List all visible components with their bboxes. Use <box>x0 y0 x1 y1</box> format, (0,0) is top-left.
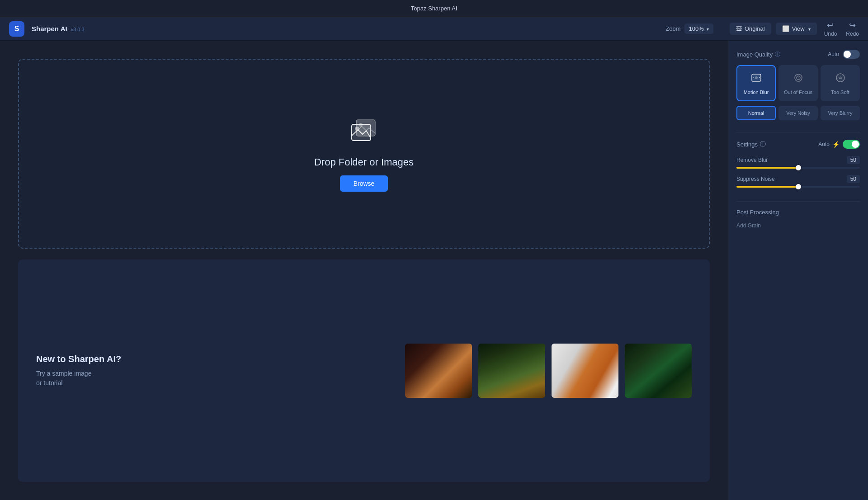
too-soft-label: Too Soft <box>831 90 849 95</box>
redo-button[interactable]: ↪ Redo <box>846 20 859 37</box>
quality-type-out-of-focus[interactable]: Out of Focus <box>778 65 818 101</box>
original-icon: 🖼 <box>736 25 742 32</box>
auto-label: Auto <box>828 51 839 57</box>
content-area: Drop Folder or Images Browse New to Shar… <box>0 41 728 500</box>
zoom-value: 100% <box>689 25 704 32</box>
remove-blur-thumb[interactable] <box>796 165 801 170</box>
window-title: Topaz Sharpen AI <box>411 5 458 12</box>
zoom-chevron <box>706 25 709 32</box>
undo-button[interactable]: ↩ Undo <box>824 20 837 37</box>
sample-thumb-owl[interactable] <box>478 344 545 398</box>
undo-icon: ↩ <box>827 20 834 30</box>
image-quality-auto: Auto <box>828 50 860 59</box>
original-button[interactable]: 🖼 Original <box>730 23 771 35</box>
view-label: View <box>792 25 805 32</box>
quality-type-too-soft[interactable]: Too Soft <box>821 65 860 101</box>
redo-icon: ↪ <box>849 20 856 30</box>
suppress-noise-value: 50 <box>847 175 860 183</box>
settings-right: Auto ⚡ <box>818 140 860 149</box>
sample-thumb-car[interactable] <box>625 344 692 398</box>
quality-types: Motion Blur Out of Focus <box>736 65 860 101</box>
main-layout: Drop Folder or Images Browse New to Shar… <box>0 41 868 500</box>
suppress-noise-fill <box>736 186 798 188</box>
original-label: Original <box>745 25 765 32</box>
redo-label: Redo <box>846 31 859 37</box>
browse-button[interactable]: Browse <box>340 175 388 192</box>
settings-toggle-knob <box>852 141 859 148</box>
drop-text: Drop Folder or Images <box>314 156 414 168</box>
app-version: v3.0.3 <box>71 27 85 32</box>
out-of-focus-icon <box>792 71 805 87</box>
suppress-noise-slider-row: Suppress Noise 50 <box>736 175 860 188</box>
zoom-label: Zoom <box>665 25 680 32</box>
settings-header: Settings ⓘ Auto ⚡ <box>736 140 860 149</box>
remove-blur-value: 50 <box>847 156 860 164</box>
remove-blur-track[interactable] <box>736 167 860 169</box>
drop-zone[interactable]: Drop Folder or Images Browse <box>18 59 710 249</box>
post-processing-section: Post Processing Add Grain <box>736 201 860 229</box>
post-processing-label: Post Processing <box>736 209 860 216</box>
quality-type-motion-blur[interactable]: Motion Blur <box>736 65 776 101</box>
image-quality-header: Image Quality ⓘ Auto <box>736 50 860 59</box>
settings-toggle[interactable] <box>843 140 860 149</box>
quality-level-very-noisy[interactable]: Very Noisy <box>778 106 818 120</box>
settings-help-icon[interactable]: ⓘ <box>760 140 766 148</box>
suppress-noise-track[interactable] <box>736 186 860 188</box>
right-sidebar: Image Quality ⓘ Auto <box>728 41 868 500</box>
image-quality-section: Image Quality ⓘ Auto <box>736 50 860 125</box>
image-quality-toggle[interactable] <box>843 50 860 59</box>
suppress-noise-thumb[interactable] <box>796 184 801 189</box>
quality-level-normal[interactable]: Normal <box>736 106 776 120</box>
settings-section: Settings ⓘ Auto ⚡ Remove Blur 50 <box>736 132 860 194</box>
sample-images <box>405 344 692 398</box>
view-chevron <box>807 25 811 32</box>
app-logo: S <box>9 21 24 37</box>
motion-blur-label: Motion Blur <box>744 90 769 95</box>
sample-section: New to Sharpen AI? Try a sample image or… <box>18 259 710 482</box>
drop-icon <box>348 116 380 149</box>
undo-label: Undo <box>824 31 837 37</box>
sample-text: New to Sharpen AI? Try a sample image or… <box>36 354 121 388</box>
remove-blur-fill <box>736 167 798 169</box>
remove-blur-slider-row: Remove Blur 50 <box>736 156 860 169</box>
titlebar: Topaz Sharpen AI <box>0 0 868 17</box>
sample-thumb-woman[interactable] <box>405 344 472 398</box>
quality-levels: Normal Very Noisy Very Blurry <box>736 106 860 120</box>
settings-label: Settings ⓘ <box>736 140 766 148</box>
app-name: Sharpen AI <box>32 25 67 33</box>
image-quality-help-icon[interactable]: ⓘ <box>775 51 780 58</box>
too-soft-icon <box>834 71 847 87</box>
remove-blur-label-row: Remove Blur 50 <box>736 156 860 164</box>
sample-subtitle: Try a sample image or tutorial <box>36 369 121 388</box>
lightning-icon: ⚡ <box>832 141 840 148</box>
image-quality-label: Image Quality ⓘ <box>736 51 780 58</box>
toggle-knob <box>844 51 851 58</box>
sample-thumb-fox[interactable] <box>552 344 618 398</box>
zoom-control[interactable]: 100% <box>684 24 713 34</box>
toolbar: S Sharpen AI v3.0.3 Zoom 100% 🖼 Original… <box>0 17 868 41</box>
out-of-focus-label: Out of Focus <box>784 90 812 95</box>
view-button[interactable]: ⬜ View <box>776 23 817 35</box>
svg-point-5 <box>755 76 758 79</box>
add-grain-label: Add Grain <box>736 222 761 229</box>
sample-title: New to Sharpen AI? <box>36 354 121 364</box>
suppress-noise-label: Suppress Noise <box>736 176 775 182</box>
view-icon: ⬜ <box>782 25 789 32</box>
suppress-noise-label-row: Suppress Noise 50 <box>736 175 860 183</box>
motion-blur-icon <box>750 71 763 87</box>
quality-level-very-blurry[interactable]: Very Blurry <box>821 106 860 120</box>
remove-blur-label: Remove Blur <box>736 157 768 163</box>
